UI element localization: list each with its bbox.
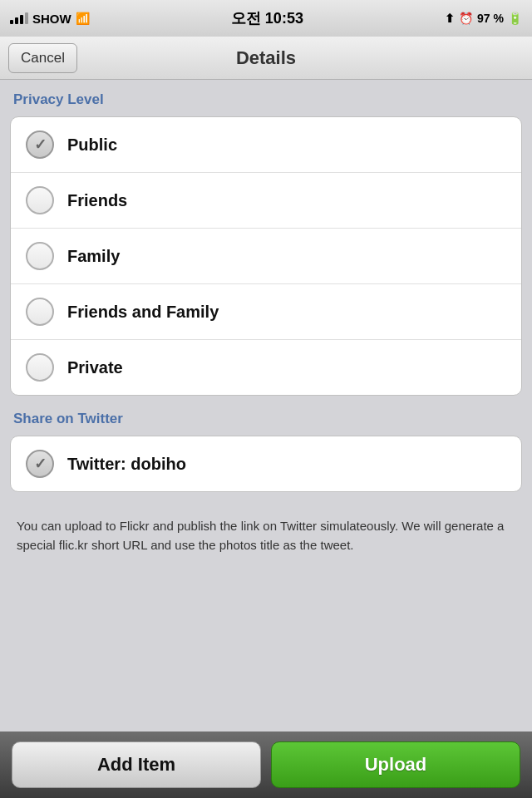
radio-family[interactable]: ✓ [26, 242, 54, 270]
wifi-icon: 📶 [76, 12, 90, 25]
status-time: 오전 10:53 [231, 8, 303, 28]
checkmark-icon: ✓ [34, 455, 47, 473]
privacy-label-friends: Friends [67, 191, 127, 210]
cancel-button[interactable]: Cancel [8, 43, 77, 73]
bottom-toolbar: Add Item Upload [0, 732, 532, 798]
privacy-label-public: Public [67, 135, 117, 155]
battery-percent: 97 % [477, 12, 504, 25]
radio-public[interactable]: ✓ [26, 131, 54, 159]
privacy-option-friends[interactable]: ✓ Friends [11, 173, 521, 229]
privacy-section-header: Privacy Level [13, 91, 522, 108]
privacy-option-public[interactable]: ✓ Public [11, 117, 521, 173]
battery-icon: 🔋 [508, 12, 522, 25]
nav-bar: Cancel Details [0, 37, 532, 80]
twitter-section: Share on Twitter ✓ Twitter: dobiho You c… [10, 411, 522, 561]
upload-button[interactable]: Upload [271, 741, 520, 788]
twitter-section-header: Share on Twitter [13, 411, 522, 427]
privacy-option-private[interactable]: ✓ Private [11, 340, 521, 395]
status-bar: SHOW 📶 오전 10:53 ⬆ ⏰ 97 % 🔋 [0, 0, 532, 37]
page-title: Details [236, 47, 296, 69]
alarm-icon: ⏰ [459, 12, 473, 25]
status-right: ⬆ ⏰ 97 % 🔋 [445, 12, 522, 25]
radio-friends[interactable]: ✓ [26, 186, 54, 214]
twitter-options-card: ✓ Twitter: dobiho [10, 436, 522, 492]
radio-friends-family[interactable]: ✓ [26, 298, 54, 326]
main-content: Privacy Level ✓ Public ✓ Friends ✓ Famil… [0, 80, 532, 732]
twitter-option[interactable]: ✓ Twitter: dobiho [11, 436, 521, 491]
privacy-options-card: ✓ Public ✓ Friends ✓ Family ✓ Friends an… [10, 116, 522, 396]
privacy-label-friends-family: Friends and Family [67, 303, 219, 322]
status-left: SHOW 📶 [10, 12, 90, 26]
checkmark-icon: ✓ [34, 135, 47, 154]
location-icon: ⬆ [445, 12, 455, 25]
privacy-label-private: Private [67, 358, 123, 377]
privacy-label-family: Family [67, 247, 120, 266]
twitter-label: Twitter: dobiho [67, 455, 186, 474]
radio-twitter[interactable]: ✓ [26, 450, 54, 478]
signal-icon [10, 12, 28, 24]
radio-private[interactable]: ✓ [26, 353, 54, 382]
add-item-button[interactable]: Add Item [12, 741, 261, 788]
carrier-label: SHOW [32, 12, 71, 26]
privacy-option-family[interactable]: ✓ Family [11, 229, 521, 284]
privacy-option-friends-family[interactable]: ✓ Friends and Family [11, 284, 521, 340]
twitter-description: You can upload to Flickr and publish the… [10, 507, 522, 561]
